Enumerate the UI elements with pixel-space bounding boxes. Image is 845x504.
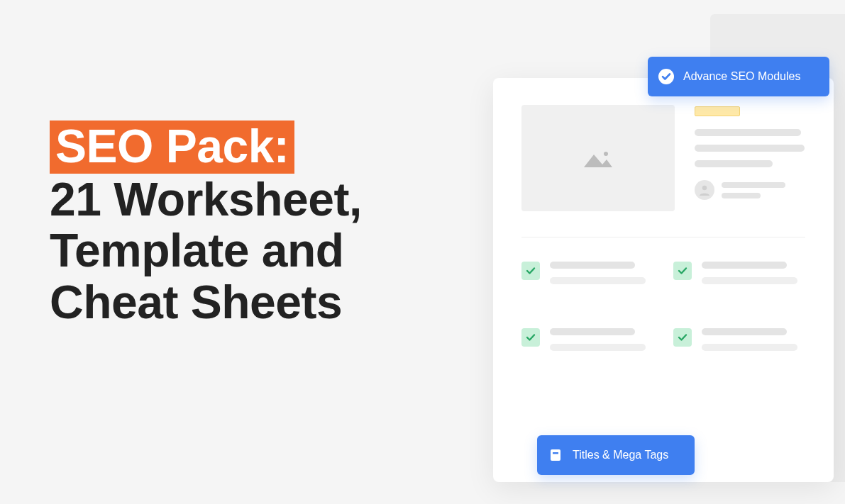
skeleton-line bbox=[695, 129, 801, 136]
checkmark-icon bbox=[526, 266, 536, 276]
svg-rect-4 bbox=[553, 452, 558, 454]
preview-card bbox=[493, 78, 834, 482]
check-circle-icon bbox=[658, 68, 675, 85]
checkmark-icon bbox=[678, 266, 687, 276]
skeleton-line bbox=[695, 145, 805, 152]
avatar bbox=[695, 180, 714, 200]
tag-pill bbox=[695, 106, 740, 116]
list-item bbox=[521, 328, 653, 351]
checkmark-icon bbox=[678, 332, 687, 342]
divider bbox=[521, 237, 805, 237]
image-placeholder-icon bbox=[581, 146, 615, 170]
document-icon bbox=[547, 447, 564, 464]
skeleton-line bbox=[550, 328, 635, 335]
item-lines bbox=[550, 262, 646, 284]
user-circle-icon bbox=[697, 183, 712, 197]
title-line-1: 21 Worksheet, bbox=[50, 173, 362, 225]
check-badge bbox=[521, 328, 540, 347]
skeleton-line bbox=[702, 262, 787, 269]
check-badge bbox=[521, 262, 540, 280]
card-meta bbox=[695, 105, 805, 211]
svg-point-1 bbox=[702, 186, 707, 190]
skeleton-line bbox=[550, 277, 646, 284]
title-line-3: Cheat Sheets bbox=[50, 276, 342, 328]
skeleton-line bbox=[702, 328, 787, 335]
skeleton-line bbox=[722, 182, 785, 188]
card-top-row bbox=[521, 105, 805, 211]
title-line-2: Template and bbox=[50, 224, 344, 276]
skeleton-line bbox=[550, 262, 635, 269]
skeleton-line bbox=[550, 344, 646, 351]
badge-advance-seo[interactable]: Advance SEO Modules bbox=[648, 57, 829, 96]
item-lines bbox=[702, 262, 797, 284]
badge-label: Advance SEO Modules bbox=[683, 70, 800, 83]
badge-titles-tags[interactable]: Titles & Mega Tags bbox=[537, 435, 695, 475]
list-item bbox=[673, 328, 805, 351]
list-item bbox=[521, 262, 653, 284]
item-lines bbox=[550, 328, 646, 351]
svg-point-0 bbox=[604, 152, 608, 156]
item-lines bbox=[702, 328, 797, 351]
hero-heading: SEO Pack: 21 Worksheet, Template and Che… bbox=[50, 121, 447, 327]
check-badge bbox=[673, 328, 692, 347]
checkmark-icon bbox=[526, 332, 536, 342]
author-row bbox=[695, 180, 805, 200]
badge-label: Titles & Mega Tags bbox=[573, 449, 668, 461]
title-highlight: SEO Pack: bbox=[50, 121, 294, 174]
list-item bbox=[673, 262, 805, 284]
skeleton-line bbox=[695, 160, 773, 167]
skeleton-line bbox=[722, 193, 761, 198]
svg-rect-3 bbox=[551, 449, 560, 461]
thumbnail-placeholder bbox=[521, 105, 675, 211]
check-badge bbox=[673, 262, 692, 280]
page-title: SEO Pack: 21 Worksheet, Template and Che… bbox=[50, 121, 447, 327]
skeleton-line bbox=[702, 344, 797, 351]
checklist-grid bbox=[521, 262, 805, 351]
author-lines bbox=[722, 182, 785, 198]
skeleton-line bbox=[702, 277, 797, 284]
